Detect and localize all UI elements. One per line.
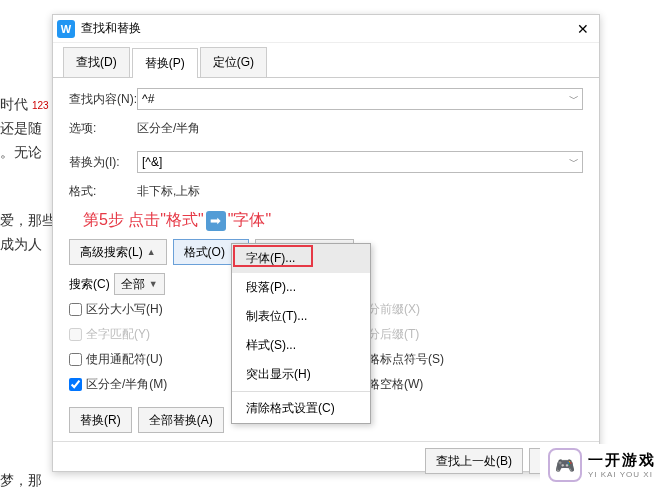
- dialog-footer: 查找上一处(B) 查找下: [53, 441, 599, 480]
- menu-item-font[interactable]: 字体(F)...: [232, 244, 370, 273]
- search-scope-select[interactable]: 全部▼: [114, 273, 165, 295]
- bg-text: 成为人: [0, 232, 42, 256]
- search-label: 搜索(C): [69, 276, 110, 293]
- replace-input[interactable]: [137, 151, 583, 173]
- tab-find[interactable]: 查找(D): [63, 47, 130, 77]
- tab-goto[interactable]: 定位(G): [200, 47, 267, 77]
- format-label: 格式:: [69, 183, 137, 200]
- bg-text: 还是随: [0, 116, 42, 140]
- logo-text-cn: 一开游戏: [588, 451, 656, 470]
- menu-item-paragraph[interactable]: 段落(P)...: [232, 273, 370, 302]
- logo-watermark: 🎮 一开游戏 YI KAI YOU XI: [540, 444, 664, 486]
- check-case[interactable]: 区分大小写(H): [69, 301, 219, 318]
- format-value: 非下标,上标: [137, 183, 200, 200]
- check-wildcard[interactable]: 使用通配符(U): [69, 351, 219, 368]
- menu-item-clear-format[interactable]: 清除格式设置(C): [232, 394, 370, 423]
- check-halfwidth[interactable]: 区分全/半角(M): [69, 376, 219, 393]
- menu-separator: [232, 391, 370, 392]
- caret-down-icon: ▼: [149, 279, 158, 289]
- find-prev-button[interactable]: 查找上一处(B): [425, 448, 523, 474]
- gamepad-icon: 🎮: [548, 448, 582, 482]
- options-label: 选项:: [69, 120, 137, 137]
- bg-text: 爱，那些: [0, 208, 56, 232]
- bg-text: 时代 123: [0, 92, 49, 118]
- replace-label: 替换为(I):: [69, 154, 137, 171]
- advanced-search-button[interactable]: 高级搜索(L)▲: [69, 239, 167, 265]
- find-label: 查找内容(N):: [69, 91, 137, 108]
- replace-all-button[interactable]: 全部替换(A): [138, 407, 224, 433]
- titlebar: W 查找和替换 ✕: [53, 15, 599, 43]
- bg-text: 。无论: [0, 140, 42, 164]
- close-button[interactable]: ✕: [571, 17, 595, 41]
- dialog-title: 查找和替换: [81, 20, 571, 37]
- app-icon: W: [57, 20, 75, 38]
- options-value: 区分全/半角: [137, 120, 200, 137]
- menu-item-highlight[interactable]: 突出显示(H): [232, 360, 370, 389]
- logo-text-pinyin: YI KAI YOU XI: [588, 470, 656, 479]
- tabs: 查找(D) 替换(P) 定位(G): [53, 43, 599, 78]
- check-whole-word: 全字匹配(Y): [69, 326, 219, 343]
- find-input[interactable]: [137, 88, 583, 110]
- caret-up-icon: ▲: [147, 247, 156, 257]
- menu-item-tabs[interactable]: 制表位(T)...: [232, 302, 370, 331]
- annotation-step5: 第5步 点击"格式" ➡ "字体": [83, 210, 583, 231]
- tab-replace[interactable]: 替换(P): [132, 48, 198, 78]
- bg-text: 梦，那: [0, 468, 42, 492]
- arrow-icon: ➡: [206, 211, 226, 231]
- menu-item-style[interactable]: 样式(S)...: [232, 331, 370, 360]
- format-dropdown-menu: 字体(F)... 段落(P)... 制表位(T)... 样式(S)... 突出显…: [231, 243, 371, 424]
- replace-button[interactable]: 替换(R): [69, 407, 132, 433]
